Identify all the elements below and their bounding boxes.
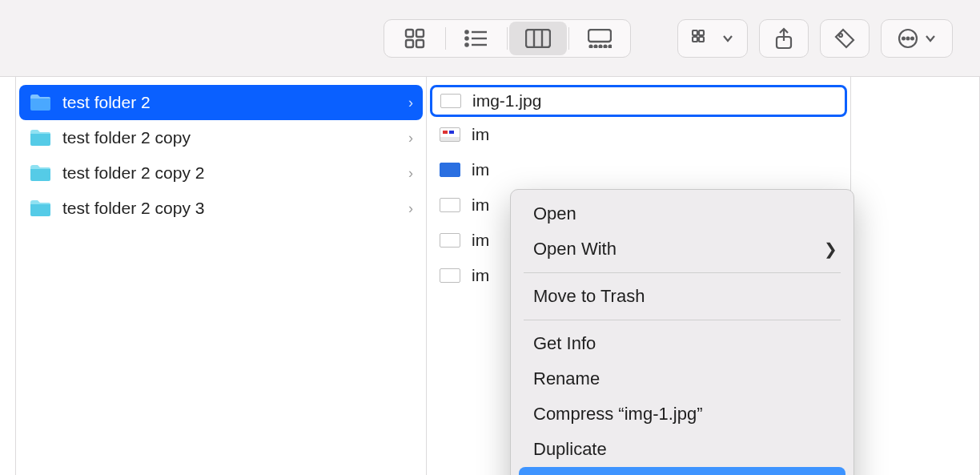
- file-thumbnail-icon: [440, 94, 461, 108]
- svg-rect-13: [588, 30, 611, 42]
- file-thumbnail-icon: [440, 163, 460, 177]
- svg-point-14: [590, 45, 592, 47]
- menu-item[interactable]: Compress “img-1.jpg”: [511, 397, 853, 432]
- more-actions-button[interactable]: [881, 19, 953, 58]
- file-row[interactable]: img-1.jpg: [430, 85, 847, 117]
- svg-point-6: [465, 37, 468, 39]
- group-by-button[interactable]: [677, 19, 748, 58]
- svg-rect-0: [406, 30, 413, 37]
- svg-rect-22: [699, 37, 704, 42]
- file-thumbnail-icon: [440, 233, 460, 248]
- menu-item-label: Get Info: [533, 333, 837, 354]
- separator: [507, 27, 508, 50]
- menu-item[interactable]: Duplicate: [511, 432, 853, 467]
- folder-row[interactable]: test folder 2›: [19, 85, 423, 120]
- svg-rect-1: [416, 30, 424, 37]
- view-switcher: [384, 19, 631, 58]
- file-thumbnail-icon: [440, 198, 460, 212]
- column-browser: test folder 2› test folder 2 copy› test …: [0, 77, 980, 475]
- menu-item-label: Open With: [533, 239, 824, 260]
- list-view-button[interactable]: [446, 20, 507, 57]
- svg-rect-2: [406, 40, 413, 47]
- file-thumbnail-icon: [440, 127, 460, 142]
- folder-name: test folder 2 copy: [62, 128, 408, 147]
- svg-point-29: [911, 37, 914, 39]
- chevron-right-icon: ❯: [824, 240, 837, 259]
- menu-item-label: Compress “img-1.jpg”: [533, 404, 837, 425]
- svg-point-15: [595, 45, 597, 47]
- menu-item[interactable]: Move to Trash: [511, 279, 853, 314]
- menu-separator: [524, 320, 841, 320]
- menu-item[interactable]: Rename: [511, 361, 853, 397]
- menu-item[interactable]: Get Info: [511, 326, 853, 361]
- file-row[interactable]: im: [430, 152, 847, 187]
- menu-item[interactable]: Open With❯: [511, 231, 853, 267]
- share-button[interactable]: [759, 19, 809, 58]
- svg-point-27: [902, 37, 905, 39]
- folder-name: test folder 2 copy 3: [62, 199, 408, 218]
- svg-rect-20: [699, 30, 704, 35]
- menu-item-label: Rename: [533, 368, 837, 389]
- menu-separator: [524, 272, 841, 273]
- svg-point-25: [839, 34, 842, 37]
- folder-row[interactable]: test folder 2 copy 2›: [19, 155, 423, 191]
- tags-button[interactable]: [820, 19, 870, 58]
- file-row[interactable]: im: [430, 117, 847, 152]
- svg-rect-19: [693, 30, 697, 35]
- menu-item-label: Open: [533, 203, 837, 224]
- svg-rect-3: [416, 40, 424, 47]
- svg-point-28: [907, 37, 910, 39]
- file-name: im: [472, 125, 837, 144]
- preview-column: [851, 77, 980, 475]
- folder-row[interactable]: test folder 2 copy 3›: [19, 191, 423, 226]
- svg-rect-10: [526, 30, 550, 47]
- finder-window: test folder 2› test folder 2 copy› test …: [0, 0, 980, 475]
- menu-item-label: Move to Trash: [533, 286, 837, 307]
- context-menu: OpenOpen With❯Move to TrashGet InfoRenam…: [510, 189, 854, 475]
- menu-item[interactable]: Make Alias: [519, 467, 845, 475]
- folder-column[interactable]: test folder 2› test folder 2 copy› test …: [16, 77, 427, 475]
- chevron-right-icon: ›: [408, 200, 413, 217]
- svg-rect-21: [693, 37, 697, 42]
- svg-point-18: [609, 45, 612, 47]
- menu-item[interactable]: Open: [511, 196, 853, 231]
- svg-point-17: [604, 45, 607, 47]
- svg-point-8: [465, 43, 468, 46]
- folder-name: test folder 2 copy 2: [62, 163, 408, 183]
- file-name: img-1.jpg: [472, 91, 837, 111]
- folder-row[interactable]: test folder 2 copy›: [19, 120, 423, 155]
- file-name: im: [472, 160, 837, 179]
- svg-point-16: [600, 45, 602, 47]
- chevron-right-icon: ›: [408, 95, 413, 111]
- gallery-view-button[interactable]: [569, 20, 630, 57]
- icon-view-button[interactable]: [384, 20, 445, 57]
- folder-name: test folder 2: [62, 93, 408, 112]
- svg-point-4: [465, 30, 468, 33]
- menu-item-label: Duplicate: [533, 439, 837, 460]
- toolbar: [0, 0, 980, 77]
- chevron-right-icon: ›: [408, 130, 413, 147]
- file-thumbnail-icon: [440, 268, 460, 283]
- chevron-right-icon: ›: [408, 165, 413, 182]
- column-view-button[interactable]: [509, 22, 567, 55]
